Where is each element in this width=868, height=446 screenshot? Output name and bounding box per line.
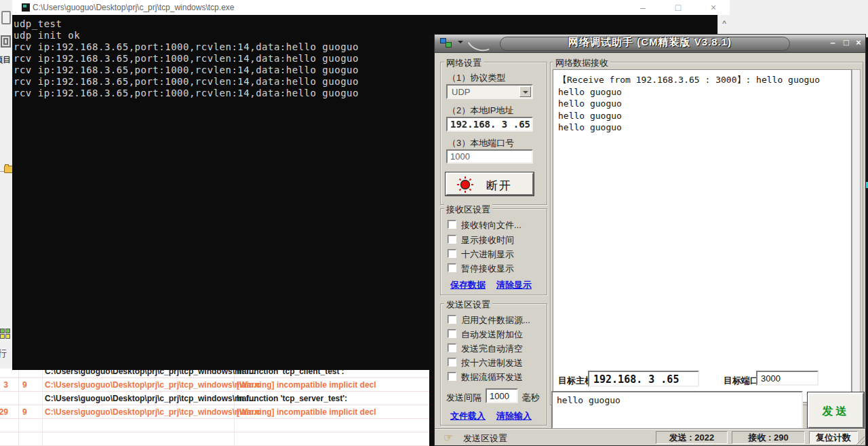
status-left-cell: ☞ 发送区设置 [437,431,651,444]
disconnect-button[interactable]: 断开 [446,172,534,196]
restore-partial-icon [1,35,11,48]
assistant-status-bar: ☞ 发送区设置 发送 : 2022 接收 : 290 复位计数 [435,428,865,445]
protocol-type-label: （1）协议类型 [448,72,505,84]
console-line: udp_test [14,18,717,30]
checkbox-receive-to-file[interactable] [448,220,456,229]
checkbox-loop-send[interactable] [448,372,456,381]
local-port-field[interactable]: 1000 [446,149,533,164]
project-panel-label: 项目 [0,54,11,66]
send-interval-field[interactable]: 1000 [486,388,518,403]
checkbox-label[interactable]: 启用文件数据源... [461,314,530,327]
table-row[interactable]: 3 9 C:\Users\guoguo\Desktop\prj\c_prj\tc… [0,378,432,392]
receive-line: 【Receive from 192.168.3.65 : 3000】: hell… [558,74,851,86]
console-window-title: C:\Users\guoguo\Desktop\prj\c_prj\tcp_wi… [33,3,234,12]
checkbox-show-recv-time[interactable] [448,235,456,244]
log-message: In function 'tcp_server_test': [237,394,347,403]
receive-panel-title: 网络数据接收 [553,57,610,69]
receive-scrollbar[interactable] [852,69,861,403]
clear-input-link[interactable]: 清除输入 [496,410,532,422]
scroll-up-icon[interactable]: ^ [718,15,730,33]
close-button[interactable]: × [852,37,865,48]
reset-count-button[interactable]: 复位计数 [809,431,858,444]
log-file: C:\Users\guoguo\Desktop\prj\c_prj\tcp_wi… [45,380,260,390]
send-button[interactable]: 发送 [808,392,864,428]
received-count: 接收 : 290 [732,431,805,444]
group-title: 网络设置 [444,57,484,69]
checkbox-auto-append[interactable] [448,329,456,338]
console-title-bar[interactable]: C:\Users\guoguo\Desktop\prj\c_prj\tcp_wi… [12,0,730,15]
checkbox-pause-display[interactable] [448,263,456,272]
checkbox-label[interactable]: 暂停接收显示 [461,263,514,275]
sent-count: 发送 : 2022 [656,431,728,444]
checkbox-clear-after-send[interactable] [448,343,456,352]
send-interval-label: 发送间隔 [446,392,481,404]
receive-line: hello guoguo [558,110,851,122]
target-host-field[interactable]: 192.168. 3 .65 [588,371,699,387]
checkbox-file-data-source[interactable] [448,315,456,324]
checkbox-hex-display[interactable] [448,249,456,258]
log-line: 29 [0,407,8,417]
checkbox-label[interactable]: 十六进制显示 [461,248,514,261]
table-row[interactable]: C:\Users\guoguo\Desktop\prj\c_prj\tcp_wi… [0,369,432,378]
console-app-icon [22,3,30,12]
disconnect-button-label: 断开 [486,178,512,193]
checkbox-send-as-hex[interactable] [448,358,456,367]
minimize-button[interactable]: – [633,1,653,14]
checkbox-label[interactable]: 自动发送附加位 [461,329,523,341]
assistant-window-title: 网络调试助手 (CM精装版 V3.8.1) [435,36,865,49]
compiler-log-table: C:\Users\guoguo\Desktop\prj\c_prj\tcp_wi… [0,369,432,446]
save-data-link[interactable]: 保存数据 [450,279,486,291]
table-row[interactable]: C:\Users\guoguo\Desktop\prj\c_prj\tcp_wi… [0,392,432,405]
log-col: 9 [22,380,27,390]
send-input-area[interactable]: hello guoguo [551,391,803,429]
checkbox-label[interactable]: 数据流循环发送 [461,371,523,384]
table-row-empty [0,419,432,432]
receive-line: hello guoguo [558,98,851,110]
disconnect-icon [456,176,474,193]
log-line: 3 [0,380,8,390]
send-interval-unit: 毫秒 [522,392,540,404]
receive-data-area[interactable]: 【Receive from 192.168.3.65 : 3000】: hell… [553,69,852,403]
group-title: 发送区设置 [444,299,492,311]
maximize-button[interactable]: □ [840,37,852,48]
checkbox-label[interactable]: 显示接收时间 [461,234,514,246]
checkbox-label[interactable]: 发送完自动清空 [461,343,523,355]
status-left-label: 发送区设置 [463,432,507,444]
log-message: [Warning] incompatible implicit decl [237,380,376,390]
network-settings-group: 网络设置 （1）协议类型 UDP （2）本地IP地址 192.168. 3 .6… [440,62,547,205]
checkbox-label[interactable]: 按十六进制发送 [461,357,523,369]
compiler-tab-icon [0,329,12,341]
log-col: 9 [22,407,27,417]
log-file: C:\Users\guoguo\Desktop\prj\c_prj\tcp_wi… [45,394,256,403]
clear-display-link[interactable]: 清除显示 [496,279,532,291]
assistant-title-bar[interactable]: 网络调试助手 (CM精装版 V3.8.1) – □ × [435,35,865,53]
load-file-link[interactable]: 文件载入 [450,410,486,422]
close-button[interactable]: × [703,1,724,14]
network-data-receive-box: 网络数据接收 【Receive from 192.168.3.65 : 3000… [550,62,863,405]
assistant-window: 网络调试助手 (CM精装版 V3.8.1) – □ × 网络设置 （1）协议类型… [434,34,866,446]
target-port-field[interactable]: 3000 [756,371,818,386]
log-message: [Warning] incompatible implicit decl [237,407,376,417]
send-button-label: 发送 [809,405,863,419]
log-file: C:\Users\guoguo\Desktop\prj\c_prj\tcp_wi… [45,407,260,417]
protocol-selected-value: UDP [452,87,470,97]
checkbox-label[interactable]: 接收转向文件... [461,219,521,231]
table-row-empty [0,432,432,446]
table-row[interactable]: 29 9 C:\Users\guoguo\Desktop\prj\c_prj\t… [0,405,432,419]
minimize-button[interactable]: – [827,37,839,48]
window-partial-icon [1,11,11,24]
chevron-down-icon [523,91,528,96]
local-ip-field[interactable]: 192.168. 3 .65 [446,117,533,132]
local-ip-label: （2）本地IP地址 [448,105,514,117]
maximize-button[interactable]: □ [668,1,688,14]
group-title: 接收区设置 [444,204,492,216]
protocol-select[interactable]: UDP [446,84,533,99]
combo-arrow-button[interactable] [519,86,531,97]
line-column-label: 行 [0,348,7,360]
receive-line: hello guoguo [558,122,851,134]
local-port-label: （3）本地端口号 [448,137,514,149]
receive-settings-group: 接收区设置 接收转向文件... 显示接收时间 十六进制显示 暂停接收显示 保存数… [440,208,547,295]
receive-line: hello guoguo [558,86,851,98]
hand-icon: ☞ [443,432,453,443]
send-settings-group: 发送区设置 启用文件数据源... 自动发送附加位 发送完自动清空 按十六进制发送… [440,303,547,426]
